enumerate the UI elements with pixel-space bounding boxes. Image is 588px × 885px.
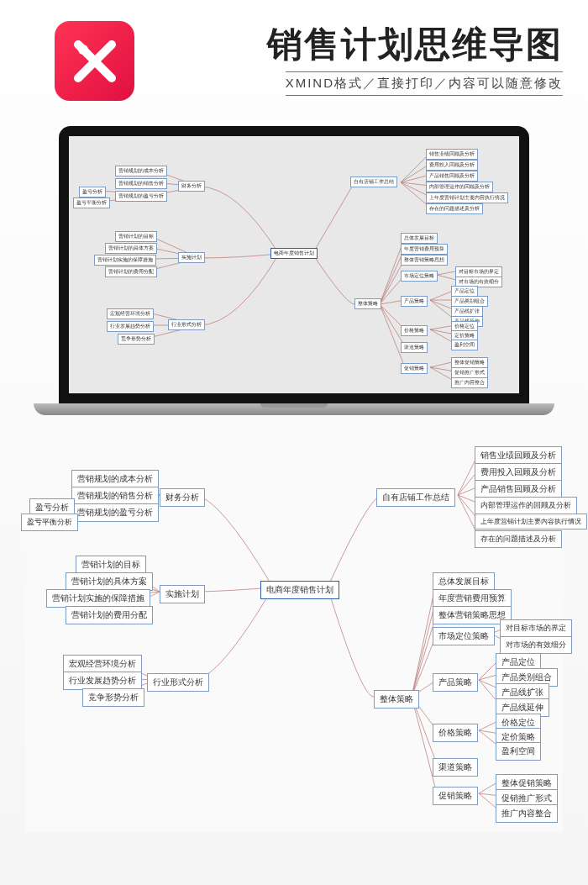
node[interactable]: 行业发展趋势分析: [63, 672, 142, 690]
node[interactable]: 销售业绩回顾及分析: [426, 149, 478, 160]
node[interactable]: 存在的问题描述及分析: [426, 203, 483, 214]
page-title: 销售计划思维导图: [151, 21, 563, 68]
xmind-logo-icon: [55, 21, 134, 101]
node[interactable]: 促销策略: [401, 363, 428, 374]
node[interactable]: 营销规划的盈亏分析: [71, 503, 159, 522]
node[interactable]: 产品策略: [433, 673, 478, 692]
node[interactable]: 营销计划实施的保障措施: [46, 589, 150, 608]
node[interactable]: 渠道策略: [433, 758, 478, 777]
node[interactable]: 营销规划的成本分析: [115, 166, 167, 176]
node[interactable]: 行业形式分析: [168, 319, 205, 330]
node[interactable]: 市场定位策略: [433, 627, 495, 645]
node[interactable]: 价格策略: [401, 325, 428, 336]
node-strategy[interactable]: 整体策略: [374, 690, 419, 709]
node[interactable]: 推广内容整合: [496, 804, 558, 823]
node[interactable]: 盈利空间: [496, 742, 541, 761]
node[interactable]: 产品销售回顾及分析: [475, 480, 562, 498]
node[interactable]: 宏观经营环境分析: [63, 655, 142, 673]
node[interactable]: 总体发展目标: [401, 233, 438, 244]
node[interactable]: 行业发展趋势分析: [107, 321, 154, 332]
node[interactable]: 营销计划的目标: [76, 556, 146, 574]
node-implement[interactable]: 实施计划: [160, 585, 205, 603]
mindmap-preview: 电商年度销售计划 财务分析 营销规划的成本分析 营销规划的销售分析 营销规划的盈…: [69, 136, 519, 393]
node[interactable]: 对市场的有效细分: [500, 636, 572, 654]
node[interactable]: 上年度营销计划主要内容执行情况: [475, 514, 587, 529]
node[interactable]: 价格策略: [433, 724, 478, 742]
node[interactable]: 盈亏平衡分析: [21, 514, 78, 531]
node[interactable]: 内部管理运作的回顾及分析: [475, 497, 577, 514]
node[interactable]: 营销计划的费用分配: [105, 266, 157, 277]
node[interactable]: 整体营销策略思想: [401, 255, 448, 266]
node[interactable]: 营销计划的费用分配: [66, 606, 153, 624]
node[interactable]: 营销计划实施的保障措施: [94, 255, 156, 266]
node[interactable]: 自有店铺工作总结: [350, 176, 397, 187]
node[interactable]: 营销规划的销售分析: [115, 178, 167, 189]
node[interactable]: 竞争形势分析: [82, 688, 144, 707]
node[interactable]: 产品策略: [401, 296, 428, 307]
node[interactable]: 费用投入回顾及分析: [426, 160, 478, 171]
node[interactable]: 总体发展目标: [433, 572, 495, 591]
node[interactable]: 营销规划的盈亏分析: [115, 191, 167, 202]
node[interactable]: 营销计划的目标: [115, 231, 157, 242]
laptop-base: [34, 403, 554, 415]
node[interactable]: 对目标市场的界定: [500, 619, 572, 637]
node-industry[interactable]: 行业形式分析: [147, 673, 209, 692]
node[interactable]: 产品销售回顾及分析: [426, 171, 478, 182]
node[interactable]: 实施计划: [178, 252, 205, 263]
node[interactable]: 促销策略: [433, 787, 478, 805]
node[interactable]: 销售业绩回顾及分析: [475, 446, 562, 465]
node[interactable]: 盈亏平衡分析: [73, 198, 110, 208]
node-finance[interactable]: 财务分析: [160, 488, 205, 507]
node[interactable]: 推广内容整合: [451, 377, 488, 388]
xmind-logo: [55, 21, 134, 101]
mindmap-large: 电商年度销售计划 财务分析 营销规划的成本分析 营销规划的销售分析 营销规划的盈…: [25, 436, 563, 831]
node[interactable]: 上年度营销计划主要内容执行情况: [426, 192, 508, 203]
node[interactable]: 财务分析: [178, 181, 205, 192]
node-summary[interactable]: 自有店铺工作总结: [376, 488, 455, 507]
node[interactable]: 竞争形势分析: [118, 334, 155, 345]
node[interactable]: 宏观经营环境分析: [107, 308, 154, 319]
node[interactable]: 营销计划的具体方案: [66, 572, 153, 591]
node[interactable]: 整体策略: [354, 298, 381, 309]
node[interactable]: 渠道策略: [401, 342, 428, 353]
node[interactable]: 营销规划的销售分析: [71, 487, 159, 505]
node[interactable]: 年度营销费用预算: [433, 589, 512, 608]
page-subtitle: XMIND格式／直接打印／内容可以随意修改: [286, 71, 563, 96]
node[interactable]: 内部管理运作的回顾及分析: [426, 182, 493, 192]
node[interactable]: 营销计划的具体方案: [105, 243, 157, 254]
node-center[interactable]: 电商年度销售计划: [270, 248, 318, 259]
node[interactable]: 年度营销费用预算: [401, 244, 448, 255]
node-center[interactable]: 电商年度销售计划: [260, 581, 339, 599]
node[interactable]: 费用投入回顾及分析: [475, 463, 562, 482]
node[interactable]: 市场定位策略: [401, 271, 438, 282]
svg-point-0: [78, 45, 88, 55]
header: 销售计划思维导图 XMIND格式／直接打印／内容可以随意修改: [0, 0, 588, 109]
node[interactable]: 存在的问题描述及分析: [475, 530, 562, 548]
node[interactable]: 营销规划的成本分析: [71, 470, 159, 488]
node[interactable]: 盈亏分析: [79, 187, 106, 198]
laptop-mockup: 电商年度销售计划 财务分析 营销规划的成本分析 营销规划的销售分析 营销规划的盈…: [59, 126, 529, 415]
node[interactable]: 盈利空间: [451, 340, 478, 350]
